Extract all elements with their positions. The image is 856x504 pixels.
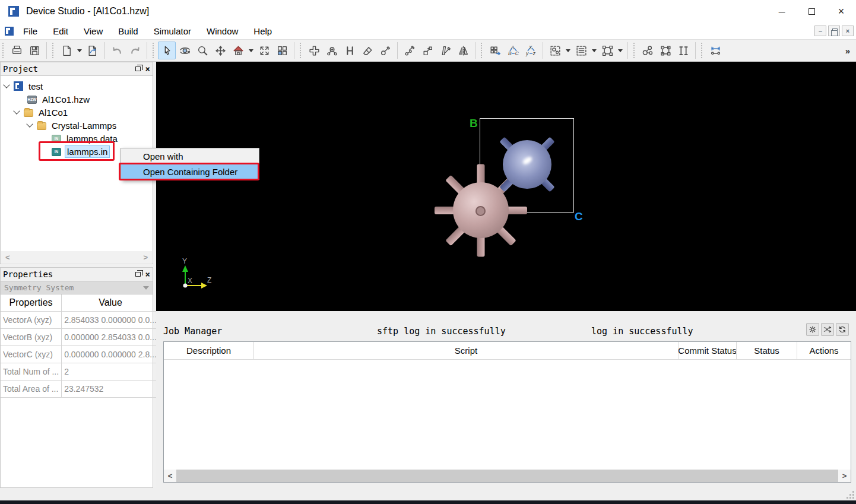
menu-window[interactable]: Window [201,24,244,38]
fit-view-button[interactable] [255,42,273,59]
property-value: 23.247532 [62,380,159,397]
columns-button[interactable] [674,42,692,59]
pan-view-button[interactable] [211,42,229,59]
close-button[interactable]: × [826,0,856,23]
atom-cobalt[interactable] [503,140,551,189]
close-panel-icon[interactable]: × [145,270,150,278]
save-button[interactable] [26,42,43,59]
menu-help[interactable]: Help [248,24,278,38]
toolbar-grip[interactable] [481,43,484,58]
scroll-right-icon[interactable]: > [838,471,851,480]
scroll-left-icon[interactable]: < [164,471,176,480]
edit-bond-button[interactable] [401,42,419,59]
redo-button[interactable] [126,42,144,59]
tree-item-lammps-data[interactable]: IN lammps.data [1,132,153,145]
toolbar-grip[interactable] [300,43,303,58]
column-header-actions[interactable]: Actions [797,342,851,359]
login-status-text: log in successfully [591,326,693,337]
column-header-commit-status[interactable]: Commit Status [679,342,737,359]
toolbar-grip[interactable] [2,43,5,58]
menu-file[interactable]: File [17,24,43,38]
lattice-abc-button[interactable]: ABC [504,42,522,59]
scroll-right-icon[interactable]: > [143,253,148,262]
rotate-view-button[interactable] [176,42,194,59]
toolbar-overflow-button[interactable]: » [845,46,850,56]
mdi-restore-button[interactable] [828,26,840,36]
lattice-xyz-button[interactable]: Xyz [522,42,540,59]
undo-button[interactable] [108,42,126,59]
home-view-button[interactable] [229,42,247,59]
menu-simulator[interactable]: Simulator [148,24,197,38]
table-row: VectorA (xyz)2.854033 0.000000 0.0... [1,311,159,328]
layer-style-dropdown[interactable] [592,49,597,52]
toolbar-grip[interactable] [633,43,636,58]
zoom-view-button[interactable] [194,42,211,59]
expander-icon[interactable] [26,121,33,127]
cell-style-button[interactable] [598,42,616,59]
toolbar-grip[interactable] [52,43,55,58]
home-view-dropdown[interactable] [249,49,253,52]
table-row: Total Area of ...23.247532 [1,380,159,397]
export-file-icon [87,45,99,57]
cell-style-dropdown[interactable] [618,49,623,52]
tile-windows-button[interactable] [273,42,291,59]
minimize-button[interactable]: ─ [767,0,797,23]
job-transfer-button[interactable] [821,323,834,336]
select-style-dropdown[interactable] [566,49,570,52]
close-panel-icon[interactable]: × [145,65,150,73]
layer-style-button[interactable] [572,42,590,59]
expander-icon[interactable] [13,107,20,114]
add-hydrogen-button[interactable] [341,42,359,59]
tree-item-label: Al1Co1.hzw [40,94,91,105]
menu-item-open-containing-folder[interactable]: Open Containing Folder [121,164,259,179]
resize-grip[interactable] [846,490,854,499]
tree-item-test[interactable]: test [1,80,153,93]
symmetry-system-select[interactable]: Symmetry System [1,281,153,294]
job-settings-button[interactable] [806,323,819,336]
column-header-script[interactable]: Script [254,342,679,359]
new-file-button[interactable] [58,42,75,59]
menu-edit[interactable]: Edit [47,24,74,38]
3d-viewport[interactable]: B C Y X Z [156,62,856,311]
atom-aluminum[interactable] [453,182,509,238]
scroll-left-icon[interactable]: < [5,253,10,262]
toolbar-grip[interactable] [153,43,156,58]
properties-body: Symmetry System Properties Value VectorA… [0,281,153,488]
toolbar-grip[interactable] [701,43,704,58]
cell-handles-button[interactable] [657,42,674,59]
add-atom-button[interactable] [305,42,323,59]
bond-tool-button[interactable] [376,42,394,59]
select-style-button[interactable] [546,42,564,59]
float-panel-icon[interactable] [135,66,141,71]
column-header-status[interactable]: Status [737,342,797,359]
mirror-button[interactable] [454,42,472,59]
new-file-dropdown[interactable] [77,49,82,52]
maximize-button[interactable] [797,0,826,23]
job-horizontal-scrollbar[interactable]: < > [164,470,851,482]
mdi-close-button[interactable]: × [842,26,854,36]
tree-item-al1co1[interactable]: Al1Co1 [1,106,153,119]
add-fragment-button[interactable] [323,42,341,59]
column-header-description[interactable]: Description [164,342,254,359]
tree-item-al1co1-hzw[interactable]: HZW Al1Co1.hzw [1,93,153,106]
float-panel-icon[interactable] [135,272,141,277]
tree-item-crystal-lammps[interactable]: Crystal-Lammps [1,119,153,132]
measure-distance-button[interactable] [706,42,724,59]
job-refresh-button[interactable] [836,323,849,336]
menu-view[interactable]: View [78,24,109,38]
scrollbar-thumb[interactable] [176,470,838,482]
menu-build[interactable]: Build [112,24,144,38]
cluster-button[interactable] [639,42,657,59]
move-atom-button[interactable] [419,42,436,59]
svg-text:z: z [532,50,535,56]
menu-item-open-with[interactable]: Open with [121,148,259,164]
eraser-button[interactable] [359,42,376,59]
export-file-button[interactable] [84,42,102,59]
shear-button[interactable] [436,42,454,59]
select-cursor-button[interactable] [158,42,176,59]
mdi-minimize-button[interactable]: – [814,26,826,36]
project-horizontal-scrollbar[interactable]: < > [1,251,152,263]
printer-button[interactable] [8,42,26,59]
supercell-button[interactable] [486,42,504,59]
expander-icon[interactable] [3,81,9,88]
